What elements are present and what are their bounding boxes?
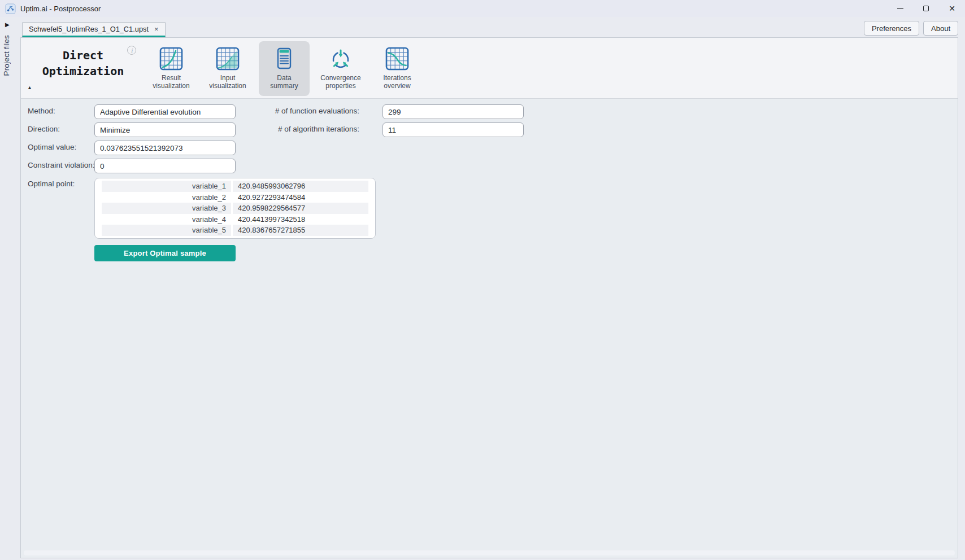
variable-name: variable_1 (102, 181, 233, 192)
postprocess-panel: Direct Optimization ▲ i Result visualiza… (20, 37, 958, 558)
expand-panel-icon[interactable]: ▶ (5, 21, 10, 28)
panel-header: Direct Optimization ▲ i Result visualiza… (21, 38, 958, 99)
app-area: ▶ Project files Schwefel5_UptimRes_1_O1_… (0, 17, 965, 560)
iterations-overview-icon (385, 46, 410, 71)
maximize-icon (923, 6, 929, 11)
project-files-label: Project files (2, 35, 11, 76)
tab-label: Schwefel5_UptimRes_1_O1_C1.upst (29, 25, 149, 33)
toolbar-label: Convergence properties (320, 74, 360, 90)
preferences-button[interactable]: Preferences (864, 21, 919, 36)
info-icon[interactable]: i (127, 46, 136, 55)
algorithm-iterations-field[interactable] (382, 123, 524, 137)
horizontal-scrollbar[interactable] (24, 550, 955, 555)
method-field[interactable] (94, 104, 236, 119)
optimal-value-field[interactable] (94, 141, 236, 155)
table-row: variable_5 420.8367657271855 (102, 225, 368, 236)
variable-name: variable_2 (102, 192, 233, 203)
method-label: Method: (28, 107, 55, 115)
tab-data-summary[interactable]: Data summary (259, 41, 310, 96)
tab-result-visualization[interactable]: Result visualization (146, 41, 197, 96)
table-row: variable_2 420.9272293474584 (102, 192, 368, 203)
tab-iterations-overview[interactable]: Iterations overview (372, 41, 423, 96)
tab-bar: Schwefel5_UptimRes_1_O1_C1.upst × Prefer… (19, 17, 965, 37)
optimal-point-table[interactable]: variable_1 420.9485993062796 variable_2 … (94, 178, 376, 239)
about-button[interactable]: About (923, 21, 958, 36)
direction-field[interactable] (94, 123, 236, 137)
variable-value: 420.4413997342518 (233, 214, 368, 225)
optimal-value-label: Optimal value: (28, 143, 76, 151)
toolbar-label: Iterations overview (383, 74, 411, 90)
variable-value: 420.8367657271855 (233, 225, 368, 236)
minimize-icon (897, 8, 903, 9)
toolbar-label: Input visualization (209, 74, 246, 90)
variable-value: 420.9598229564577 (233, 203, 368, 214)
project-files-strip: ▶ Project files (0, 17, 19, 560)
tab-schwefel5-upst[interactable]: Schwefel5_UptimRes_1_O1_C1.upst × (22, 22, 166, 37)
input-visualization-icon (215, 46, 240, 71)
minimize-button[interactable] (887, 0, 913, 17)
function-evaluations-label: # of function evaluations: (236, 107, 359, 115)
toolbar-label: Result visualization (153, 74, 189, 90)
app-logo-icon (5, 3, 16, 14)
tab-convergence-properties[interactable]: Convergence properties (315, 41, 366, 96)
close-button[interactable]: ✕ (939, 0, 965, 17)
variable-name: variable_3 (102, 203, 233, 214)
tab-input-visualization[interactable]: Input visualization (202, 41, 253, 96)
collapse-header-icon[interactable]: ▲ (27, 85, 32, 90)
maximize-button[interactable] (913, 0, 939, 17)
direction-label: Direction: (28, 125, 60, 133)
data-summary-icon (272, 46, 297, 71)
table-row: variable_4 420.4413997342518 (102, 214, 368, 225)
result-visualization-icon (159, 46, 184, 71)
table-row: variable_3 420.9598229564577 (102, 203, 368, 214)
algorithm-iterations-label: # of algorithm iterations: (236, 125, 359, 133)
variable-name: variable_4 (102, 214, 233, 225)
titlebar: Uptim.ai - Postprocessor ✕ (0, 0, 965, 17)
variable-value: 420.9272293474584 (233, 192, 368, 203)
variable-value: 420.9485993062796 (233, 181, 368, 192)
tabbar-buttons: Preferences About (864, 21, 958, 36)
function-evaluations-field[interactable] (382, 104, 524, 119)
variable-name: variable_5 (102, 225, 233, 236)
close-icon: ✕ (949, 5, 955, 12)
constraint-violation-field[interactable] (94, 159, 236, 173)
table-row: variable_1 420.9485993062796 (102, 181, 368, 192)
optimal-point-label: Optimal point: (28, 180, 75, 188)
page-title-line1: Direct (23, 47, 143, 63)
page-title-line2: Optimization (23, 63, 143, 79)
tab-close-icon[interactable]: × (154, 25, 159, 33)
convergence-properties-icon (328, 46, 353, 71)
export-optimal-sample-button[interactable]: Export Optimal sample (94, 245, 236, 261)
page-title: Direct Optimization (23, 47, 143, 79)
constraint-violation-label: Constraint violation: (28, 161, 95, 169)
window-controls: ✕ (887, 0, 965, 17)
window-title: Uptim.ai - Postprocessor (20, 5, 101, 13)
toolbar-label: Data summary (270, 74, 298, 90)
